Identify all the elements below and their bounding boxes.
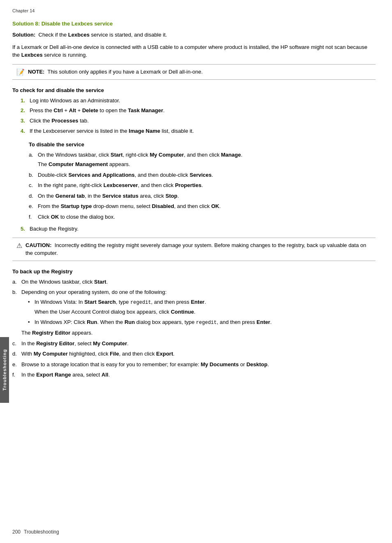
disable-step-e: e. From the Startup type drop-down menu,… — [29, 202, 376, 210]
disable-step-a-content: On the Windows taskbar, click Start, rig… — [38, 151, 376, 169]
disable-service-section: To disable the service a. On the Windows… — [29, 141, 376, 221]
backup-step-e-content: Browse to a storage location that is eas… — [21, 360, 376, 369]
bullet-xp: • In Windows XP: Click Run. When the Run… — [28, 318, 376, 326]
step-5: 5. Backup the Registry. — [21, 225, 376, 233]
step-4-content: If the Lexbceserver service is listed in… — [30, 127, 376, 136]
disable-step-f-letter: f. — [29, 213, 35, 221]
main-content: Chapter 14 Solution 8: Disable the Lexbc… — [12, 0, 376, 379]
step-3-content: Click the Processes tab. — [30, 117, 376, 125]
solution-label: Solution: — [12, 32, 35, 38]
backup-step-b: b. Depending on your operating system, d… — [12, 288, 376, 337]
backup-step-b-letter: b. — [12, 288, 18, 337]
step-1-num: 1. — [21, 97, 27, 105]
disable-step-f-content: Click OK to close the dialog box. — [38, 213, 376, 221]
disable-step-e-letter: e. — [29, 202, 35, 210]
step-5-num: 5. — [21, 225, 27, 233]
note-label: NOTE: — [28, 69, 44, 75]
step-5-content: Backup the Registry. — [30, 225, 376, 233]
backup-step-e: e. Browse to a storage location that is … — [12, 360, 376, 369]
note-content: This solution only applies if you have a… — [47, 69, 203, 75]
disable-heading: To disable the service — [29, 141, 376, 148]
note-box: 📝 NOTE: This solution only applies if yo… — [12, 64, 376, 80]
disable-step-b-content: Double-click Services and Applications, … — [38, 171, 376, 179]
disable-step-d-content: On the General tab, in the Service statu… — [38, 192, 376, 200]
step-2-content: Press the Ctrl + Alt + Delete to open th… — [30, 106, 376, 115]
page-footer: 200 Troubleshooting — [12, 529, 376, 535]
note-text: NOTE: This solution only applies if you … — [28, 68, 203, 76]
solution-text: Solution: Check if the Lexbces service i… — [12, 31, 376, 39]
disable-steps-list: a. On the Windows taskbar, click Start, … — [29, 151, 376, 221]
disable-step-e-content: From the Startup type drop-down menu, se… — [38, 202, 376, 210]
bullet-xp-content: In Windows XP: Click Run. When the Run d… — [35, 318, 376, 326]
backup-step-d-content: With My Computer highlighted, click File… — [21, 350, 376, 358]
disable-step-c-letter: c. — [29, 181, 35, 189]
backup-step-f-letter: f. — [12, 371, 18, 379]
caution-icon: ⚠ — [16, 242, 22, 250]
os-bullet-list: • In Windows Vista: In Start Search, typ… — [28, 298, 376, 327]
step5-list: 5. Backup the Registry. — [21, 225, 376, 233]
backup-step-a-content: On the Windows taskbar, click Start. — [21, 278, 376, 286]
sidebar-tab-label: Troubleshooting — [2, 349, 7, 390]
step-1-content: Log into Windows as an Administrator. — [30, 97, 376, 105]
step-4-num: 4. — [21, 127, 27, 136]
bullet-vista: • In Windows Vista: In Start Search, typ… — [28, 298, 376, 316]
backup-step-b-content: Depending on your operating system, do o… — [21, 288, 376, 337]
chapter-label: Chapter 14 — [12, 8, 376, 13]
backup-step-c: c. In the Registry Editor, select My Com… — [12, 340, 376, 348]
note-icon: 📝 — [16, 68, 25, 76]
step-1: 1. Log into Windows as an Administrator. — [21, 97, 376, 105]
caution-content: Incorrectly editing the registry might s… — [25, 242, 366, 256]
backup-step-a-letter: a. — [12, 278, 18, 286]
bullet-vista-content: In Windows Vista: In Start Search, type … — [35, 298, 376, 316]
step-3-num: 3. — [21, 117, 27, 125]
disable-step-f: f. Click OK to close the dialog box. — [29, 213, 376, 221]
body-paragraph: If a Lexmark or Dell all-in-one device i… — [12, 43, 376, 59]
solution-description: Check if the Lexbces service is started,… — [39, 32, 167, 38]
bullet-icon-vista: • — [28, 298, 32, 316]
step-3: 3. Click the Processes tab. — [21, 117, 376, 125]
numbered-steps-list: 1. Log into Windows as an Administrator.… — [21, 97, 376, 136]
backup-step-c-content: In the Registry Editor, select My Comput… — [21, 340, 376, 348]
disable-step-a: a. On the Windows taskbar, click Start, … — [29, 151, 376, 169]
backup-step-c-letter: c. — [12, 340, 18, 348]
bullet-icon-xp: • — [28, 318, 32, 326]
backup-step-f: f. In the Export Range area, select All. — [12, 371, 376, 379]
caution-text: CAUTION: Incorrectly editing the registr… — [25, 241, 371, 257]
caution-label: CAUTION: — [25, 242, 52, 248]
backup-step-d-letter: d. — [12, 350, 18, 358]
backup-steps-list: a. On the Windows taskbar, click Start. … — [12, 278, 376, 379]
disable-step-a-letter: a. — [29, 151, 35, 169]
disable-step-b: b. Double-click Services and Application… — [29, 171, 376, 179]
disable-step-c-content: In the right pane, right-click Lexbceser… — [38, 181, 376, 189]
disable-step-c: c. In the right pane, right-click Lexbce… — [29, 181, 376, 189]
disable-step-d-letter: d. — [29, 192, 35, 200]
sidebar-tab: Troubleshooting — [0, 337, 9, 403]
disable-step-b-letter: b. — [29, 171, 35, 179]
caution-box: ⚠ CAUTION: Incorrectly editing the regis… — [12, 238, 376, 261]
disable-step-d: d. On the General tab, in the Service st… — [29, 192, 376, 200]
page-number: 200 — [12, 529, 21, 535]
backup-step-f-content: In the Export Range area, select All. — [21, 371, 376, 379]
backup-step-a: a. On the Windows taskbar, click Start. — [12, 278, 376, 286]
backup-step-e-letter: e. — [12, 360, 18, 369]
section-title: Solution 8: Disable the Lexbces service — [12, 21, 376, 27]
step-2-num: 2. — [21, 106, 27, 115]
backup-step-d: d. With My Computer highlighted, click F… — [12, 350, 376, 358]
check-heading: To check for and disable the service — [12, 87, 376, 93]
page-container: Troubleshooting Chapter 14 Solution 8: D… — [0, 0, 392, 543]
footer-label: Troubleshooting — [24, 529, 59, 535]
step-4: 4. If the Lexbceserver service is listed… — [21, 127, 376, 136]
backup-heading: To back up the Registry — [12, 268, 376, 275]
step-2: 2. Press the Ctrl + Alt + Delete to open… — [21, 106, 376, 115]
